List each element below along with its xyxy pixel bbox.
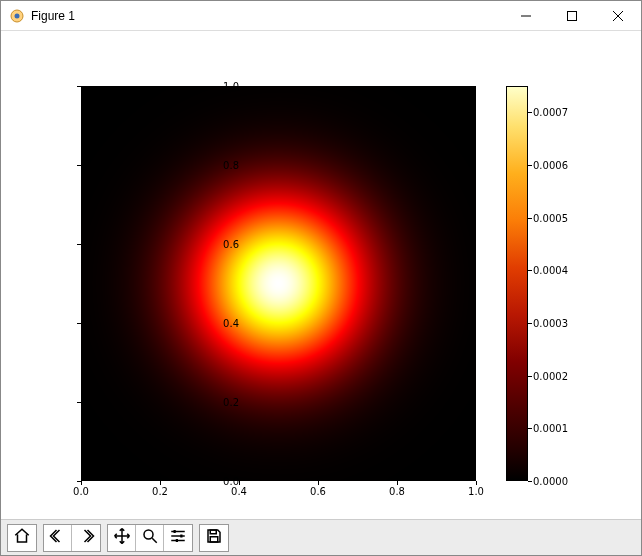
home-button[interactable] <box>8 525 36 551</box>
heatmap-axes <box>81 86 476 481</box>
svg-rect-12 <box>180 535 182 538</box>
colorbar-tick-mark <box>528 165 532 166</box>
x-tick-mark <box>239 481 240 485</box>
x-tick-label: 0.4 <box>231 486 247 497</box>
colorbar-tick-label: 0.0006 <box>533 160 568 171</box>
x-tick-mark <box>160 481 161 485</box>
save-button[interactable] <box>200 525 228 551</box>
y-tick-mark <box>77 86 81 87</box>
magnifier-icon <box>141 527 159 548</box>
colorbar-tick-mark <box>528 376 532 377</box>
x-tick-mark <box>476 481 477 485</box>
y-tick-mark <box>77 323 81 324</box>
x-tick-label: 0.8 <box>389 486 405 497</box>
home-icon <box>13 527 31 548</box>
y-tick-label: 0.6 <box>209 239 239 250</box>
titlebar: Figure 1 <box>1 1 641 31</box>
y-tick-label: 1.0 <box>209 81 239 92</box>
colorbar-gradient <box>507 87 527 480</box>
colorbar <box>506 86 528 481</box>
figure-window: Figure 1 0.0 0.2 0.4 0.6 0.8 1.0 <box>0 0 642 556</box>
x-tick-mark <box>81 481 82 485</box>
colorbar-tick-mark <box>528 270 532 271</box>
colorbar-tick-mark <box>528 112 532 113</box>
move-icon <box>113 527 131 548</box>
y-tick-label: 0.8 <box>209 160 239 171</box>
colorbar-tick-mark <box>528 481 532 482</box>
x-tick-label: 0.2 <box>152 486 168 497</box>
colorbar-tick-label: 0.0002 <box>533 371 568 382</box>
colorbar-tick-label: 0.0003 <box>533 318 568 329</box>
arrow-left-icon <box>49 527 67 548</box>
save-icon <box>205 527 223 548</box>
configure-subplots-button[interactable] <box>164 525 192 551</box>
figure-canvas[interactable]: 0.0 0.2 0.4 0.6 0.8 1.0 0.0 0.2 0.4 0.6 … <box>1 31 641 519</box>
svg-line-7 <box>152 538 157 543</box>
back-button[interactable] <box>44 525 72 551</box>
y-tick-label: 0.0 <box>209 476 239 487</box>
colorbar-tick-label: 0.0004 <box>533 265 568 276</box>
y-tick-label: 0.4 <box>209 318 239 329</box>
minimize-button[interactable] <box>503 1 549 30</box>
y-tick-mark <box>77 244 81 245</box>
y-tick-mark <box>77 165 81 166</box>
window-title: Figure 1 <box>31 9 503 23</box>
pan-button[interactable] <box>108 525 136 551</box>
svg-rect-13 <box>176 539 178 542</box>
colorbar-tick-mark <box>528 428 532 429</box>
y-tick-mark <box>77 402 81 403</box>
colorbar-tick-label: 0.0005 <box>533 213 568 224</box>
svg-point-6 <box>144 530 153 539</box>
app-icon <box>9 8 25 24</box>
colorbar-tick-label: 0.0007 <box>533 107 568 118</box>
colorbar-tick-mark <box>528 218 532 219</box>
heatmap-image <box>81 86 476 481</box>
x-tick-label: 1.0 <box>468 486 484 497</box>
maximize-button[interactable] <box>549 1 595 30</box>
svg-rect-15 <box>210 537 218 542</box>
forward-button[interactable] <box>72 525 100 551</box>
arrow-right-icon <box>77 527 95 548</box>
sliders-icon <box>169 527 187 548</box>
y-tick-label: 0.2 <box>209 397 239 408</box>
window-controls <box>503 1 641 30</box>
svg-point-1 <box>15 13 20 18</box>
colorbar-tick-mark <box>528 323 532 324</box>
svg-rect-14 <box>210 530 216 534</box>
navigation-toolbar <box>1 519 641 555</box>
close-button[interactable] <box>595 1 641 30</box>
zoom-button[interactable] <box>136 525 164 551</box>
x-tick-label: 0.6 <box>310 486 326 497</box>
svg-rect-3 <box>568 11 577 20</box>
x-tick-mark <box>318 481 319 485</box>
x-tick-mark <box>397 481 398 485</box>
colorbar-tick-label: 0.0000 <box>533 476 568 487</box>
svg-rect-11 <box>174 530 176 533</box>
colorbar-tick-label: 0.0001 <box>533 423 568 434</box>
x-tick-label: 0.0 <box>73 486 89 497</box>
